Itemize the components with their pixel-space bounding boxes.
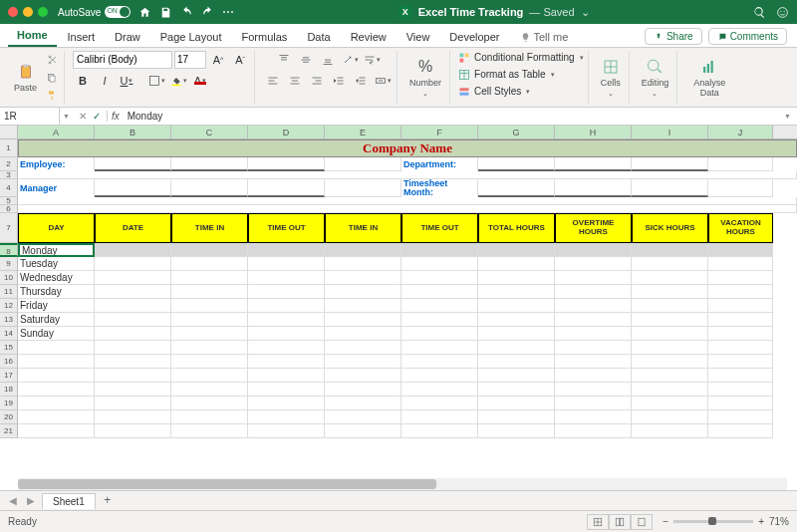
align-left-button[interactable] [263, 72, 283, 90]
cell[interactable] [95, 424, 171, 438]
cell[interactable] [708, 285, 773, 299]
cell[interactable] [248, 383, 325, 397]
tab-formulas[interactable]: Formulas [233, 27, 297, 47]
cell[interactable] [325, 257, 401, 271]
row-header[interactable]: 3 [0, 171, 18, 179]
cell[interactable] [171, 157, 248, 171]
cell[interactable] [632, 341, 708, 355]
cell[interactable] [325, 299, 401, 313]
cell[interactable] [248, 257, 325, 271]
day-cell[interactable]: Sunday [18, 327, 95, 341]
cell[interactable] [95, 341, 171, 355]
cell[interactable] [95, 313, 171, 327]
comments-button[interactable]: Comments [708, 28, 787, 45]
cell[interactable] [708, 397, 773, 410]
hdr-overtime[interactable]: OVERTIME HOURS [555, 213, 632, 243]
cell[interactable] [555, 271, 632, 285]
row-header[interactable]: 6 [0, 205, 18, 213]
row-header[interactable]: 15 [0, 341, 18, 355]
cell[interactable] [95, 410, 171, 424]
cell[interactable] [555, 327, 632, 341]
cell[interactable] [478, 271, 555, 285]
cell[interactable] [248, 424, 325, 438]
sheet-tab-1[interactable]: Sheet1 [42, 493, 96, 509]
align-center-button[interactable] [285, 72, 305, 90]
col-header[interactable]: J [708, 126, 773, 138]
row-header[interactable]: 9 [0, 257, 18, 271]
cell[interactable] [401, 424, 478, 438]
cell[interactable] [325, 243, 401, 257]
cell[interactable] [171, 285, 248, 299]
cell[interactable] [401, 397, 478, 410]
col-header[interactable]: B [95, 126, 171, 138]
autosave-switch-icon[interactable] [105, 6, 131, 18]
fill-color-button[interactable] [168, 72, 188, 90]
cell[interactable] [171, 424, 248, 438]
format-painter-button[interactable] [44, 88, 60, 104]
editing-button[interactable]: Editing⌄ [638, 56, 673, 100]
row-header[interactable]: 11 [0, 285, 18, 299]
cell[interactable] [708, 257, 773, 271]
cell[interactable] [401, 257, 478, 271]
tab-page-layout[interactable]: Page Layout [151, 27, 231, 47]
cell[interactable] [325, 355, 401, 369]
cell[interactable] [478, 313, 555, 327]
search-icon[interactable] [753, 6, 766, 19]
format-as-table-button[interactable]: Format as Table [458, 68, 555, 82]
cell[interactable] [478, 299, 555, 313]
hdr-timein1[interactable]: TIME IN [171, 213, 248, 243]
normal-view-button[interactable] [587, 514, 609, 530]
cell[interactable] [171, 397, 248, 410]
align-bottom-button[interactable] [318, 51, 338, 69]
cell[interactable] [401, 313, 478, 327]
increase-indent-button[interactable] [351, 72, 371, 90]
cell[interactable] [18, 410, 95, 424]
hdr-sick[interactable]: SICK HOURS [632, 213, 708, 243]
cell[interactable] [632, 424, 708, 438]
cell[interactable] [248, 285, 325, 299]
col-header[interactable]: D [248, 126, 325, 138]
hdr-day[interactable]: DAY [18, 213, 95, 243]
cell[interactable] [171, 299, 248, 313]
cell[interactable] [708, 369, 773, 383]
cell[interactable] [632, 355, 708, 369]
underline-button[interactable]: U [117, 72, 136, 90]
name-box[interactable]: 1R [0, 108, 60, 125]
cell[interactable] [95, 327, 171, 341]
cell[interactable] [171, 179, 248, 197]
cell[interactable] [248, 397, 325, 410]
cell[interactable] [325, 369, 401, 383]
row-header[interactable]: 2 [0, 157, 18, 171]
manager-label[interactable]: Manager [18, 179, 95, 197]
cell[interactable] [401, 355, 478, 369]
timesheet-label[interactable]: Timesheet Month: [401, 179, 478, 197]
horizontal-scrollbar[interactable] [18, 478, 787, 490]
add-sheet-button[interactable]: + [100, 493, 116, 509]
decrease-indent-button[interactable] [329, 72, 349, 90]
cell-styles-button[interactable]: Cell Styles [458, 85, 530, 99]
autosave-toggle[interactable]: AutoSave [58, 6, 131, 18]
cell[interactable] [18, 205, 797, 213]
timesheet-input[interactable] [478, 179, 555, 197]
cell[interactable] [708, 157, 773, 171]
cell[interactable] [478, 397, 555, 410]
minimize-window-icon[interactable] [23, 7, 33, 17]
col-header[interactable]: F [401, 126, 478, 138]
fx-icon[interactable]: fx [108, 111, 124, 122]
cut-button[interactable] [44, 52, 60, 68]
cell[interactable] [555, 299, 632, 313]
sheet-nav-right[interactable]: ▶ [24, 495, 38, 506]
cell[interactable] [632, 299, 708, 313]
day-cell[interactable]: Thursday [18, 285, 95, 299]
cell[interactable] [401, 243, 478, 257]
cell[interactable] [325, 424, 401, 438]
cell[interactable] [95, 243, 171, 257]
cell[interactable] [95, 299, 171, 313]
page-layout-view-button[interactable] [609, 514, 631, 530]
row-header[interactable]: 4 [0, 179, 18, 197]
row-header[interactable]: 12 [0, 299, 18, 313]
cell[interactable] [171, 271, 248, 285]
row-header[interactable]: 20 [0, 410, 18, 424]
cell[interactable] [555, 285, 632, 299]
row-header[interactable]: 1 [0, 139, 18, 157]
